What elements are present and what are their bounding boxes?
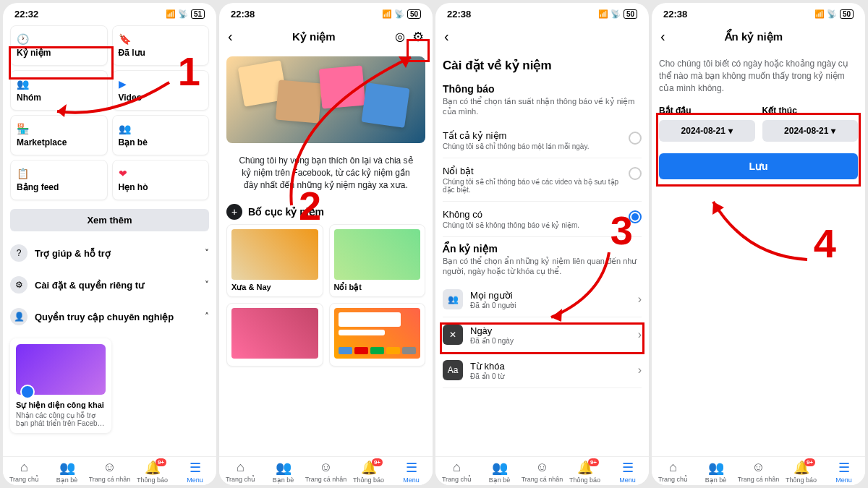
settings-row[interactable]: ?Trợ giúp & hỗ trợ˅ bbox=[10, 237, 209, 269]
tab-Thông báo[interactable]: 🔔Thông báo9+ bbox=[131, 460, 174, 484]
tab-label: Menu bbox=[835, 476, 852, 484]
tab-label: Trang cá nhân bbox=[305, 476, 347, 483]
tab-Trang chủ[interactable]: ⌂Trang chủ bbox=[219, 460, 262, 484]
back-button[interactable]: ‹ bbox=[660, 28, 665, 45]
tab-label: Trang chủ bbox=[9, 476, 39, 483]
radio-subtitle: Chúng tôi sẽ chỉ thông báo về các video … bbox=[443, 178, 629, 194]
row-label: Cài đặt & quyền riêng tư bbox=[35, 280, 205, 291]
tab-Thông báo[interactable]: 🔔Thông báo9+ bbox=[780, 460, 822, 484]
tab-label: Bạn bè bbox=[273, 476, 294, 484]
tab-label: Thông báo bbox=[137, 476, 168, 484]
tab-icon: ☺ bbox=[305, 460, 347, 475]
settings-row[interactable]: 👤Quyền truy cập chuyên nghiệp˄ bbox=[10, 301, 209, 333]
settings-row[interactable]: ⚙Cài đặt & quyền riêng tư˅ bbox=[10, 269, 209, 301]
menu-tile-hẹn hò[interactable]: ❤Hẹn hò bbox=[112, 160, 210, 200]
tab-Bạn bè[interactable]: 👥Bạn bè bbox=[694, 460, 737, 484]
tab-Bạn bè[interactable]: 👥Bạn bè bbox=[262, 460, 305, 484]
tab-label: Trang chủ bbox=[226, 476, 255, 483]
tab-icon: ☰ bbox=[606, 460, 649, 476]
tile-label: Nhóm bbox=[17, 93, 101, 103]
tab-Menu[interactable]: ☰Menu bbox=[822, 460, 865, 484]
tab-icon: ⌂ bbox=[435, 460, 478, 475]
tab-icon: ☰ bbox=[822, 460, 865, 476]
action-subtitle: Đã ẩn 0 từ bbox=[470, 372, 638, 380]
tab-Trang chủ[interactable]: ⌂Trang chủ bbox=[652, 460, 694, 484]
header: ‹ bbox=[435, 22, 649, 51]
row-label: Trợ giúp & hỗ trợ bbox=[35, 248, 205, 259]
layout-card-then-now[interactable]: Xưa & Nay bbox=[226, 224, 323, 297]
tab-Menu[interactable]: ☰Menu bbox=[606, 460, 649, 484]
target-icon[interactable]: ◎ bbox=[395, 30, 405, 43]
tab-Menu[interactable]: ☰Menu bbox=[174, 460, 216, 484]
tab-label: Bạn bè bbox=[56, 476, 78, 484]
tab-Bạn bè[interactable]: 👥Bạn bè bbox=[46, 460, 88, 484]
annotation-number-1: 1 bbox=[178, 48, 200, 95]
back-button[interactable]: ‹ bbox=[444, 28, 449, 45]
tab-Thông báo[interactable]: 🔔Thông báo9+ bbox=[347, 460, 390, 484]
status-icons: 📶 📡 50 bbox=[598, 9, 637, 19]
menu-tile-bạn bè[interactable]: 👥Bạn bè bbox=[112, 115, 210, 155]
tab-Bạn bè[interactable]: 👥Bạn bè bbox=[478, 460, 521, 484]
radio-option[interactable]: Tất cả kỷ niệmChúng tôi sẽ chỉ thông báo… bbox=[443, 123, 642, 158]
menu-tile-nhóm[interactable]: 👥Nhóm bbox=[10, 70, 108, 111]
back-button[interactable]: ‹ bbox=[228, 28, 233, 45]
action-label: Ngày bbox=[470, 325, 638, 336]
action-icon: ✕ bbox=[443, 325, 463, 345]
start-date-picker[interactable]: 2024-08-21 ▾ bbox=[659, 120, 755, 142]
notification-badge: 9+ bbox=[156, 458, 166, 466]
end-date-label: Kết thúc bbox=[762, 106, 859, 116]
layout-label: Xưa & Nay bbox=[231, 283, 318, 292]
chevron-down-icon: ˅ bbox=[205, 248, 209, 258]
tile-label: Hẹn hò bbox=[119, 182, 203, 192]
add-button[interactable]: + bbox=[226, 204, 242, 220]
save-button[interactable]: Lưu bbox=[659, 153, 858, 179]
menu-tile-bảng feed[interactable]: 📋Bảng feed bbox=[10, 160, 108, 200]
start-date-label: Bắt đầu bbox=[659, 106, 755, 116]
notification-badge: 9+ bbox=[804, 458, 815, 466]
hide-action-row[interactable]: ✕NgàyĐã ẩn 0 ngày› bbox=[443, 317, 642, 353]
tab-label: Trang chủ bbox=[658, 476, 688, 483]
see-more-button[interactable]: Xem thêm bbox=[10, 209, 209, 231]
tab-Trang cá nhân[interactable]: ☺Trang cá nhân bbox=[737, 460, 780, 484]
settings-gear-icon[interactable]: ⚙ bbox=[412, 29, 424, 45]
tab-label: Thông báo bbox=[353, 476, 384, 484]
tab-Trang cá nhân[interactable]: ☺Trang cá nhân bbox=[521, 460, 563, 484]
menu-tile-kỷ niệm[interactable]: 🕐Kỷ niệm bbox=[10, 25, 108, 66]
layout-card-3[interactable] bbox=[226, 303, 323, 367]
tab-Trang chủ[interactable]: ⌂Trang chủ bbox=[435, 460, 478, 484]
status-bar: 22:38 📶 📡 50 bbox=[219, 3, 433, 22]
tab-Menu[interactable]: ☰Menu bbox=[390, 460, 433, 484]
radio-button[interactable] bbox=[629, 167, 642, 180]
layout-card-4[interactable] bbox=[329, 303, 426, 367]
hide-action-row[interactable]: AaTừ khóaĐã ẩn 0 từ› bbox=[443, 353, 642, 388]
start-date-value: 2024-08-21 bbox=[681, 126, 726, 136]
battery-icon: 50 bbox=[407, 9, 421, 19]
tab-Thông báo[interactable]: 🔔Thông báo9+ bbox=[563, 460, 606, 484]
radio-button[interactable] bbox=[629, 132, 642, 145]
action-label: Từ khóa bbox=[470, 361, 638, 372]
tab-icon: 🔔 bbox=[131, 460, 174, 476]
tab-icon: ⌂ bbox=[652, 460, 694, 475]
tab-Trang cá nhân[interactable]: ☺Trang cá nhân bbox=[305, 460, 347, 484]
radio-option[interactable]: Nổi bậtChúng tôi sẽ chỉ thông báo về các… bbox=[443, 158, 642, 202]
tab-Trang chủ[interactable]: ⌂Trang chủ bbox=[3, 460, 46, 484]
chevron-right-icon: › bbox=[638, 293, 642, 306]
tab-icon: 👥 bbox=[262, 460, 305, 476]
action-subtitle: Đã ẩn 0 ngày bbox=[470, 337, 638, 345]
tile-icon: 👥 bbox=[119, 123, 203, 134]
layout-card-highlights[interactable]: Nổi bật bbox=[329, 224, 426, 297]
hide-action-row[interactable]: 👥Mọi ngườiĐã ẩn 0 người› bbox=[443, 282, 642, 317]
presence-card[interactable]: Sự hiện diện công khai Nhận các công cụ … bbox=[10, 338, 111, 433]
annotation-number-2: 2 bbox=[299, 182, 321, 229]
description-text: Chúng tôi hy vọng bạn thích ôn lại và ch… bbox=[226, 149, 425, 197]
help-text: Cho chúng tôi biết có ngày hoặc khoảng n… bbox=[659, 51, 858, 101]
tab-Trang cá nhân[interactable]: ☺Trang cá nhân bbox=[88, 460, 131, 484]
end-date-picker[interactable]: 2024-08-21 ▾ bbox=[762, 120, 859, 142]
menu-tile-marketplace[interactable]: 🏪Marketplace bbox=[10, 115, 108, 155]
row-icon: ? bbox=[10, 244, 27, 262]
status-bar: 22:38 📶 📡 50 bbox=[435, 3, 649, 22]
screen-1-menu: 22:32 📶 📡 51 🕐Kỷ niệm🔖Đã lưu👥Nhóm▶Video🏪… bbox=[3, 3, 216, 485]
tab-label: Bạn bè bbox=[489, 476, 511, 484]
notifications-heading: Thông báo bbox=[443, 77, 642, 96]
card-subtitle: Nhận các công cụ hỗ trợ bạn phát triển t… bbox=[16, 411, 106, 427]
